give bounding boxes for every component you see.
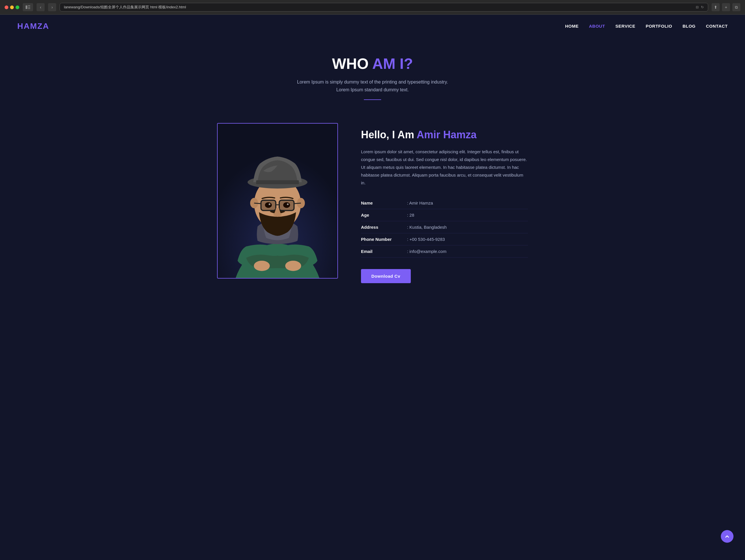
info-label-name: Name <box>361 200 407 206</box>
svg-point-6 <box>254 261 270 271</box>
navbar: HAMZA HOME ABOUT SERVICE PORTFOLIO BLOG … <box>0 15 745 38</box>
about-content: Hello, I Am Amir Hamza Lorem ipsum dolor… <box>361 123 528 283</box>
traffic-lights <box>5 5 19 9</box>
fullscreen-button[interactable] <box>15 5 19 9</box>
nav-link-about[interactable]: ABOUT <box>589 24 605 29</box>
url-text: lanewang/Downloads/炫酷全屏个人作品集展示网页 html 模板… <box>64 5 186 10</box>
svg-point-21 <box>268 204 270 205</box>
info-value-age: : 28 <box>407 213 414 217</box>
browser-chrome: ‹ › lanewang/Downloads/炫酷全屏个人作品集展示网页 htm… <box>0 0 745 15</box>
info-row-name: Name : Amir Hamza <box>361 197 528 209</box>
nav-link-contact[interactable]: CONTACT <box>706 24 728 29</box>
scroll-top-button[interactable] <box>721 530 734 543</box>
svg-line-15 <box>254 203 261 204</box>
browser-actions: ⬆ + ⧉ <box>712 3 740 11</box>
page: HAMZA HOME ABOUT SERVICE PORTFOLIO BLOG … <box>0 15 745 306</box>
about-bio: Lorem ipsum dolor sit amet, consectetur … <box>361 148 528 187</box>
sidebar-toggle[interactable] <box>23 3 33 11</box>
svg-rect-24 <box>256 180 299 184</box>
about-section: Hello, I Am Amir Hamza Lorem ipsum dolor… <box>200 123 545 306</box>
svg-point-19 <box>265 202 272 208</box>
minimize-button[interactable] <box>10 5 14 9</box>
info-value-name: : Amir Hamza <box>407 200 433 206</box>
info-value-address: : Kustia, Bangladesh <box>407 225 447 229</box>
svg-point-7 <box>285 261 301 271</box>
info-row-address: Address : Kustia, Bangladesh <box>361 221 528 233</box>
info-row-age: Age : 28 <box>361 209 528 221</box>
info-row-phone: Phone Number : +00 530-445-9283 <box>361 233 528 245</box>
svg-point-22 <box>287 204 289 205</box>
hero-title-plain: WHO <box>332 55 372 72</box>
svg-rect-0 <box>26 5 27 9</box>
reader-mode-icon: ⊟ <box>696 5 699 9</box>
nav-item-home[interactable]: HOME <box>565 24 579 29</box>
svg-rect-2 <box>28 7 30 7</box>
hero-description: Lorem Ipsum is simply dummy text of the … <box>292 78 453 94</box>
nav-link-service[interactable]: SERVICE <box>615 24 635 29</box>
forward-button[interactable]: › <box>48 3 56 11</box>
svg-line-16 <box>294 203 301 204</box>
info-value-phone: : +00 530-445-9283 <box>407 237 445 242</box>
close-button[interactable] <box>5 5 8 9</box>
nav-link-home[interactable]: HOME <box>565 24 579 29</box>
nav-item-service[interactable]: SERVICE <box>615 24 635 29</box>
svg-point-20 <box>283 202 290 208</box>
hero-title-accent: AM I? <box>372 55 413 72</box>
nav-item-contact[interactable]: CONTACT <box>706 24 728 29</box>
profile-image-container <box>217 123 338 279</box>
profile-frame <box>217 123 338 279</box>
hero-title: WHO AM I? <box>6 55 739 72</box>
hero-section: WHO AM I? Lorem Ipsum is simply dummy te… <box>0 38 745 123</box>
info-label-age: Age <box>361 213 407 217</box>
nav-item-about[interactable]: ABOUT <box>589 24 605 29</box>
svg-rect-3 <box>28 8 30 9</box>
info-label-phone: Phone Number <box>361 237 407 242</box>
info-label-email: Email <box>361 249 407 254</box>
greeting-accent: Amir Hamza <box>417 129 477 141</box>
info-table: Name : Amir Hamza Age : 28 Address : Kus… <box>361 197 528 257</box>
nav-item-blog[interactable]: BLOG <box>683 24 695 29</box>
share-button[interactable]: ⬆ <box>712 3 720 11</box>
greeting-plain: Hello, I Am <box>361 129 417 141</box>
info-label-address: Address <box>361 225 407 229</box>
hero-divider <box>364 99 381 100</box>
info-row-email: Email : info@example.com <box>361 245 528 257</box>
download-cv-button[interactable]: Download Cv <box>361 269 411 283</box>
nav-links: HOME ABOUT SERVICE PORTFOLIO BLOG CONTAC… <box>565 24 728 29</box>
refresh-icon[interactable]: ↻ <box>701 5 704 9</box>
profile-image <box>218 124 337 278</box>
info-value-email: : info@example.com <box>407 249 447 254</box>
about-greeting: Hello, I Am Amir Hamza <box>361 129 528 141</box>
logo[interactable]: HAMZA <box>17 22 49 31</box>
address-bar[interactable]: lanewang/Downloads/炫酷全屏个人作品集展示网页 html 模板… <box>60 3 708 11</box>
back-button[interactable]: ‹ <box>37 3 44 11</box>
svg-rect-1 <box>28 5 30 6</box>
nav-item-portfolio[interactable]: PORTFOLIO <box>646 24 672 29</box>
nav-link-portfolio[interactable]: PORTFOLIO <box>646 24 672 29</box>
chevron-up-icon <box>724 534 730 539</box>
nav-link-blog[interactable]: BLOG <box>683 24 695 29</box>
new-tab-button[interactable]: + <box>722 3 730 11</box>
tab-overview-button[interactable]: ⧉ <box>732 3 740 11</box>
